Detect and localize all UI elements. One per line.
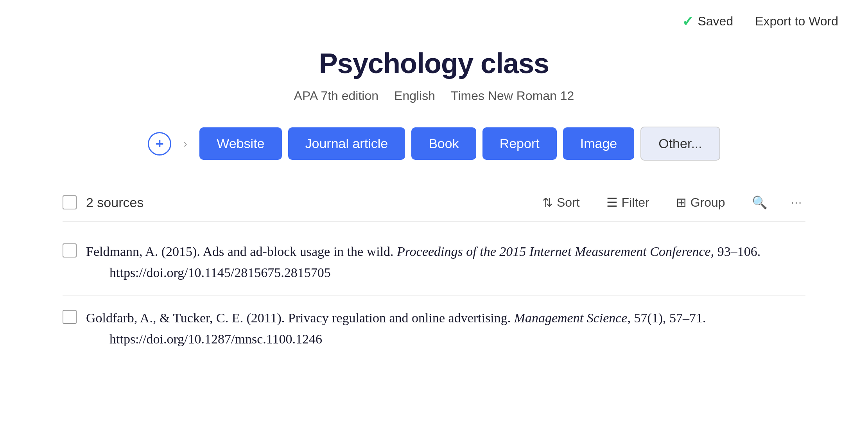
meta-info: APA 7th edition English Times New Roman … (294, 89, 574, 103)
search-icon: 🔍 (752, 195, 768, 210)
source-text-1: Feldmann, A. (2015). Ads and ad-block us… (86, 241, 805, 284)
filter-icon: ☰ (606, 195, 618, 210)
saved-label: Saved (698, 14, 733, 29)
sources-controls: ⇅ Sort ☰ Filter ⊞ Group 🔍 ··· (536, 192, 805, 213)
add-source-button[interactable]: + (148, 132, 171, 156)
font-label: Times New Roman 12 (451, 89, 574, 103)
saved-indicator: ✓ Saved (682, 13, 733, 30)
filter-label: Filter (622, 195, 649, 210)
main-content: Psychology class APA 7th edition English… (0, 39, 868, 362)
source-checkbox-2[interactable] (63, 310, 77, 324)
sort-label: Sort (557, 195, 580, 210)
source-text-after-italic-1: , 93–106. (711, 244, 761, 259)
sources-section: 2 sources ⇅ Sort ☰ Filter ⊞ Group 🔍 (63, 184, 805, 362)
list-item: Goldfarb, A., & Tucker, C. E. (2011). Pr… (63, 296, 805, 362)
source-url-1: https://doi.org/10.1145/2815675.2815705 (109, 265, 331, 280)
source-text-2: Goldfarb, A., & Tucker, C. E. (2011). Pr… (86, 308, 805, 350)
chevron-right-button[interactable]: › (178, 136, 193, 152)
source-text-before-italic-1: Feldmann, A. (2015). Ads and ad-block us… (86, 244, 397, 259)
group-label: Group (690, 195, 725, 210)
sort-icon: ⇅ (542, 195, 553, 210)
source-text-before-italic-2: Goldfarb, A., & Tucker, C. E. (2011). Pr… (86, 311, 514, 325)
type-button-image[interactable]: Image (563, 127, 635, 160)
top-bar: ✓ Saved Export to Word (0, 0, 868, 39)
sort-button[interactable]: ⇅ Sort (536, 192, 586, 213)
list-item: Feldmann, A. (2015). Ads and ad-block us… (63, 229, 805, 296)
source-italic-1: Proceedings of the 2015 Internet Measure… (397, 244, 711, 259)
type-button-other[interactable]: Other... (640, 127, 720, 161)
select-all-checkbox[interactable] (63, 195, 77, 209)
sources-left: 2 sources (63, 195, 143, 210)
type-button-journal-article[interactable]: Journal article (288, 127, 405, 160)
type-button-website[interactable]: Website (199, 127, 282, 160)
dots-icon: ··· (791, 196, 802, 209)
page-title: Psychology class (319, 47, 549, 79)
language-label: English (394, 89, 435, 103)
group-button[interactable]: ⊞ Group (670, 192, 732, 213)
source-type-bar: + › Website Journal article Book Report … (148, 127, 720, 161)
type-button-book[interactable]: Book (411, 127, 476, 160)
check-icon: ✓ (682, 13, 694, 30)
edition-label: APA 7th edition (294, 89, 378, 103)
filter-button[interactable]: ☰ Filter (600, 192, 656, 213)
export-to-word-button[interactable]: Export to Word (749, 11, 845, 32)
more-options-button[interactable]: ··· (788, 193, 805, 212)
search-button[interactable]: 🔍 (746, 192, 774, 213)
source-checkbox-1[interactable] (63, 243, 77, 257)
source-text-after-italic-2: , 57(1), 57–71. (627, 311, 706, 325)
group-icon: ⊞ (676, 195, 687, 210)
type-button-report[interactable]: Report (482, 127, 557, 160)
sources-count: 2 sources (86, 195, 143, 210)
source-italic-2: Management Science (514, 311, 628, 325)
source-url-2: https://doi.org/10.1287/mnsc.1100.1246 (109, 332, 322, 346)
sources-header: 2 sources ⇅ Sort ☰ Filter ⊞ Group 🔍 (63, 184, 805, 222)
